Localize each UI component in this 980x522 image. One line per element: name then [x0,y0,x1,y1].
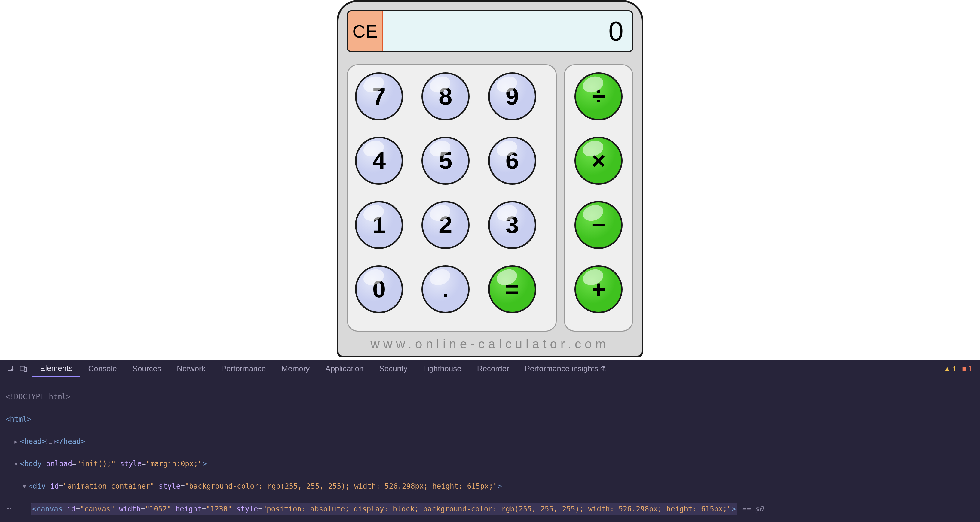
key-decimal[interactable]: . [422,265,469,313]
key-7[interactable]: 7 [355,72,403,121]
attr-name: id [50,482,59,490]
tab-application[interactable]: Application [317,360,371,377]
tag-close: > [202,460,207,468]
attr-name: style [159,482,180,490]
device-toolbar-icon[interactable] [19,365,28,373]
expand-body-icon[interactable] [14,460,20,468]
keypad-row: 7 8 9 4 5 6 1 2 3 0 . = ÷ × − + [347,64,633,332]
attr-value: "animation_container" [63,482,154,490]
ellipsis-icon[interactable]: … [46,438,55,445]
dom-head-open[interactable]: <head> [20,437,46,446]
tab-performance[interactable]: Performance [213,360,274,377]
attr-name: onload [46,460,72,468]
tab-lighthouse[interactable]: Lighthouse [415,360,469,377]
attr-value: "canvas" [80,505,115,513]
attr-name: width [119,505,141,513]
tab-performance-insights[interactable]: Performance insights [517,360,614,377]
calculator-display: 0 [383,11,632,51]
warnings-badge[interactable]: ▲ 1 [943,365,956,373]
tab-elements[interactable]: Elements [32,360,80,377]
clear-entry-button[interactable]: CE [347,10,383,52]
key-subtract[interactable]: − [574,201,622,249]
numeric-keypad: 7 8 9 4 5 6 1 2 3 0 . = [347,64,557,332]
attr-value: "1230" [206,505,232,513]
page-viewport: CE 0 7 8 9 4 5 6 1 2 3 0 . = ÷ × − [0,0,980,360]
key-0[interactable]: 0 [355,265,403,313]
attr-value: "init();" [76,460,115,468]
attr-name: height [175,505,202,513]
dom-body-open[interactable]: <body [20,460,46,468]
tab-sources[interactable]: Sources [125,360,169,377]
dom-div-open[interactable]: <div [28,482,50,490]
selected-dom-node[interactable]: <canvas id="canvas" width="1052" height=… [31,503,737,516]
key-5[interactable]: 5 [422,136,469,185]
key-2[interactable]: 2 [422,201,469,249]
dom-html-open[interactable]: <html> [5,415,32,424]
tab-console[interactable]: Console [80,360,124,377]
key-9[interactable]: 9 [488,72,536,121]
key-8[interactable]: 8 [422,72,469,121]
devtools-status-right: ▲ 1 ■ 1 [943,365,978,373]
calculator-display-row: CE 0 [347,10,633,52]
attr-name: id [67,505,76,513]
attr-name: style [236,505,258,513]
key-equals[interactable]: = [488,265,536,313]
devtools-tabbar: Elements Console Sources Network Perform… [0,360,980,377]
key-add[interactable]: + [574,265,622,313]
attr-value: "1052" [145,505,171,513]
tab-memory[interactable]: Memory [274,360,317,377]
dom-head-close[interactable]: </head> [55,437,85,446]
dom-canvas-open: <canvas [32,505,67,513]
key-1[interactable]: 1 [355,201,403,249]
footer-url: www.online-calculator.com [347,332,633,352]
key-4[interactable]: 4 [355,136,403,185]
tab-recorder[interactable]: Recorder [469,360,517,377]
calculator-frame: CE 0 7 8 9 4 5 6 1 2 3 0 . = ÷ × − [337,0,643,357]
attr-name: style [120,460,142,468]
selected-gutter-icon: ⋯ [6,503,11,514]
dom-doctype[interactable]: <!DOCTYPE html> [5,393,71,401]
key-6[interactable]: 6 [488,136,536,185]
tag-close: > [732,505,736,513]
elements-dom-tree[interactable]: <!DOCTYPE html> <html> <head>…</head> <b… [0,377,980,522]
warnings-count: 1 [953,365,956,373]
issues-badge[interactable]: ■ 1 [962,365,972,373]
attr-value: "margin:0px;" [146,460,203,468]
tab-network[interactable]: Network [169,360,213,377]
operator-keypad: ÷ × − + [564,64,633,332]
key-divide[interactable]: ÷ [574,72,622,121]
attr-value: "background-color: rgb(255, 255, 255); w… [185,482,498,490]
tab-security[interactable]: Security [372,360,415,377]
tag-close: > [498,482,502,490]
key-3[interactable]: 3 [488,201,536,249]
attr-value: "position: absolute; display: block; bac… [262,505,732,513]
inspect-element-icon[interactable] [6,365,15,373]
key-multiply[interactable]: × [574,136,622,185]
devtools-left-icons [2,360,32,377]
expand-animation-container-icon[interactable] [22,482,28,490]
issues-count: 1 [968,365,972,373]
selected-node-suffix: == $0 [737,505,764,513]
devtools-panel: Elements Console Sources Network Perform… [0,360,980,522]
expand-head-icon[interactable] [14,437,20,446]
